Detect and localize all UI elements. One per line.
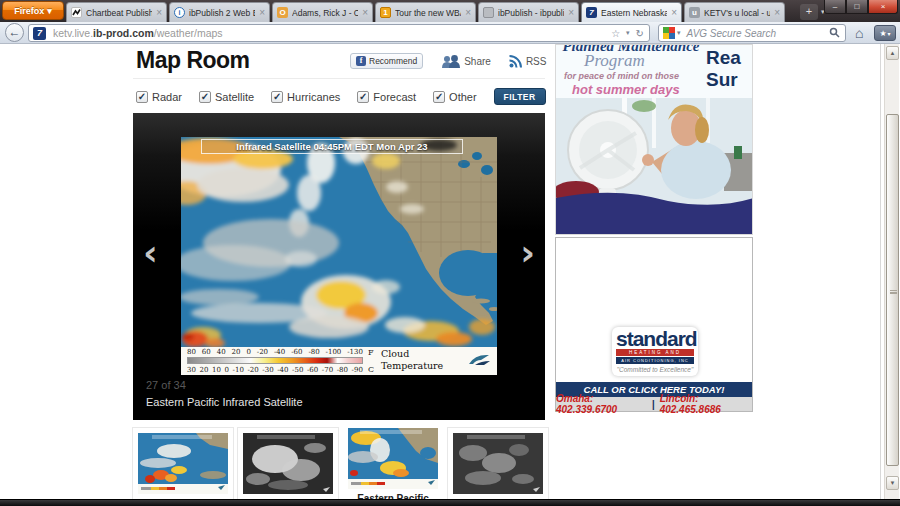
thumbnail-bw-satellite-2[interactable]	[448, 428, 548, 499]
ad-hvac-banner[interactable]: Planned Maintenance Program for peace of…	[555, 44, 753, 235]
filter-hurricanes[interactable]: ✓ Hurricanes	[271, 91, 340, 103]
ad-standard-heating[interactable]: standard HEATING AND AIR CONDITIONING, I…	[555, 237, 753, 412]
scroll-down-button[interactable]: ▼	[886, 476, 899, 490]
tab-outlook[interactable]: O Adams, Rick J - Out... ×	[272, 2, 373, 22]
bookmark-star-icon[interactable]: ☆	[611, 28, 620, 39]
logo-bar-heating: HEATING AND	[616, 349, 694, 356]
tab-ulocal[interactable]: u KETV's u local - u lo... ×	[684, 2, 785, 22]
fahrenheit-ticks: 806040200-20-40-60-80-100-130	[187, 348, 363, 356]
thumbnail-caribbean-infrared[interactable]	[133, 428, 233, 499]
close-button[interactable]: ×	[868, 0, 898, 14]
thumbnail-image	[453, 433, 543, 494]
tab-ibpublish[interactable]: ibPublish - ibpublish ×	[478, 2, 579, 22]
radar-checkbox[interactable]: ✓	[136, 91, 148, 103]
forecast-label: Forecast	[373, 91, 416, 103]
search-engine-caret-icon[interactable]: ▾	[677, 29, 681, 37]
tab-close-icon[interactable]: ×	[465, 8, 471, 18]
reload-icon[interactable]: ↻	[636, 28, 644, 39]
ad-photo-woman-with-fan	[556, 98, 753, 235]
hurricanes-checkbox[interactable]: ✓	[271, 91, 283, 103]
ibpublish-icon: i	[174, 7, 185, 18]
map-carousel: Infrared Satellite 04:45PM EDT Mon Apr 2…	[133, 113, 545, 420]
thumbnail-image	[138, 433, 228, 494]
fahrenheit-unit: F	[368, 348, 374, 357]
windows-taskbar[interactable]	[0, 499, 900, 506]
recommend-label: Recommend	[369, 56, 417, 66]
map-filter-row: ✓ Radar ✓ Satellite ✓ Hurricanes ✓ Forec…	[136, 88, 546, 105]
radar-label: Radar	[152, 91, 182, 103]
tab-close-icon[interactable]: ×	[156, 8, 162, 18]
filter-forecast[interactable]: ✓ Forecast	[357, 91, 416, 103]
scroll-up-button[interactable]: ▲	[886, 46, 899, 60]
carousel-caption: Eastern Pacific Infrared Satellite	[146, 396, 303, 408]
carousel-next-button[interactable]: ›	[520, 225, 535, 281]
tab-close-icon[interactable]: ×	[774, 8, 780, 18]
satellite-image[interactable]: Infrared Satellite 04:45PM EDT Mon Apr 2…	[181, 137, 497, 375]
search-input[interactable]: AVG Secure Search	[687, 28, 829, 39]
tab-wba[interactable]: 1 Tour the new WBA... ×	[375, 2, 476, 22]
chartbeat-icon	[71, 7, 82, 18]
tab-close-icon[interactable]: ×	[259, 8, 265, 18]
url-dropdown-icon[interactable]: ▾	[626, 29, 630, 37]
vertical-scrollbar[interactable]: ▲ ▼	[884, 44, 899, 499]
tab-label: ibPublish - ibpublish	[498, 8, 564, 18]
ad-side-text-1: Rea	[706, 47, 741, 69]
minimize-button[interactable]: –	[824, 0, 846, 14]
tab-close-icon[interactable]: ×	[362, 8, 368, 18]
filter-button[interactable]: FILTER	[494, 88, 546, 105]
tab-ibpublish-2[interactable]: i ibPublish 2 Web Edi... ×	[169, 2, 270, 22]
forecast-checkbox[interactable]: ✓	[357, 91, 369, 103]
ketv-icon: 7	[586, 7, 597, 18]
url-bar[interactable]: 7 ketv.live.ib-prod.com/weather/maps ☆ ▾…	[28, 24, 650, 42]
tab-label: KETV's u local - u lo...	[704, 8, 770, 18]
url-text: ketv.live.ib-prod.com/weather/maps	[53, 27, 223, 39]
facebook-recommend-button[interactable]: f Recommend	[350, 53, 423, 69]
firefox-menu-button[interactable]: Firefox ▾	[2, 1, 64, 20]
thumbnail-eastern-pacific-selected[interactable]: Eastern Pacific Infrared	[343, 420, 443, 506]
social-toolbar: f Recommend Share RSS	[350, 52, 545, 70]
tab-label: Chartbeat Publishin...	[86, 8, 152, 18]
maximize-button[interactable]: □	[846, 0, 868, 14]
url-bar-icons: ☆ ▾ ↻	[611, 28, 644, 39]
share-button[interactable]: Share	[441, 55, 491, 68]
new-tab-button[interactable]: +	[800, 4, 818, 20]
temperature-colorbar	[187, 357, 363, 364]
thumbnail-bw-satellite-1[interactable]	[238, 428, 338, 499]
back-button[interactable]: ←	[5, 23, 24, 42]
scrollbar-thumb[interactable]	[886, 114, 899, 466]
browser-window: Firefox ▾ Chartbeat Publishin... × i ibP…	[0, 0, 900, 506]
weather-provider-logo	[467, 352, 493, 368]
filter-radar[interactable]: ✓ Radar	[136, 91, 182, 103]
tab-label: Adams, Rick J - Out...	[292, 8, 358, 18]
filter-satellite[interactable]: ✓ Satellite	[199, 91, 254, 103]
thumbnail-image	[243, 433, 333, 494]
share-label: Share	[464, 56, 491, 67]
satellite-label: Satellite	[215, 91, 254, 103]
ad-headline-3: for peace of mind on those	[564, 71, 679, 81]
ad-side-text-2: Sur	[706, 69, 738, 91]
home-button[interactable]: ⌂	[855, 25, 863, 41]
celsius-ticks: 3020100-10-20-30-40-50-60-70-80-90	[187, 366, 363, 374]
window-controls: – □ ×	[824, 0, 898, 14]
tab-close-icon[interactable]: ×	[568, 8, 574, 18]
other-checkbox[interactable]: ✓	[433, 91, 445, 103]
site-favicon: 7	[33, 27, 46, 40]
rss-icon	[509, 55, 522, 68]
bookmarks-button[interactable]: ★ ▾	[874, 25, 896, 41]
rss-button[interactable]: RSS	[509, 55, 547, 68]
logo-tagline: "Committed to Excellence"	[616, 366, 694, 373]
carousel-prev-button[interactable]: ‹	[143, 225, 158, 281]
search-box[interactable]: ▾ AVG Secure Search	[658, 24, 846, 42]
filter-other[interactable]: ✓ Other	[433, 91, 477, 103]
satellite-checkbox[interactable]: ✓	[199, 91, 211, 103]
other-label: Other	[449, 91, 477, 103]
tab-eastern-nebraska-active[interactable]: 7 Eastern Nebraska a... ×	[581, 2, 682, 22]
avg-logo-icon	[663, 27, 675, 39]
ad-headline-4: hot summer days	[572, 82, 680, 97]
phone-divider: |	[652, 399, 655, 410]
tab-strip: Chartbeat Publishin... × i ibPublish 2 W…	[66, 2, 785, 22]
tab-close-icon[interactable]: ×	[671, 8, 677, 18]
tab-chartbeat[interactable]: Chartbeat Publishin... ×	[66, 2, 167, 22]
navigation-bar: ← 7 ketv.live.ib-prod.com/weather/maps ☆…	[0, 22, 900, 44]
search-icon[interactable]	[829, 24, 840, 42]
